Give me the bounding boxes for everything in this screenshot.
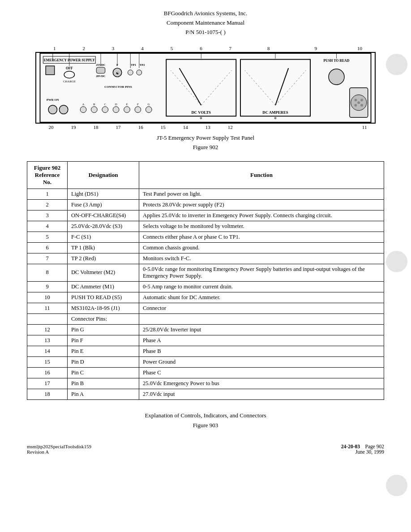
footer-right: 24-20-03 Page 902 June 30, 1999 — [341, 444, 384, 455]
col-header-ref: Figure 902ReferenceNo. — [27, 161, 68, 189]
diagram-title-line2: Figure 902 — [27, 143, 384, 152]
top-num-4: 4 — [141, 46, 144, 51]
page-footer: msmljtp202SpecialToolsdisk159 Revision A… — [27, 444, 384, 455]
table-row: 12Pin G25/28.0Vdc Inverter input — [27, 324, 384, 335]
svg-text:DC AMPERES: DC AMPERES — [262, 111, 288, 115]
bot-num-12: 12 — [228, 124, 233, 130]
svg-point-44 — [329, 69, 344, 85]
svg-text:28VDC: 28VDC — [96, 74, 106, 77]
svg-text:F: F — [137, 103, 139, 106]
cell-designation-12: Pin G — [68, 324, 139, 335]
cell-ref-11 — [27, 313, 68, 324]
cell-designation-9: PUSH TO READ (S5) — [68, 292, 139, 303]
svg-text:E: E — [126, 103, 128, 106]
cell-ref-13: 13 — [27, 335, 68, 346]
cell-designation-11: Connector Pins: — [68, 313, 139, 324]
cell-ref-3: 4 — [27, 221, 68, 232]
cell-ref-7: 8 — [27, 264, 68, 281]
svg-point-31 — [146, 107, 152, 113]
part-number: P/N 501-1075-( ) — [27, 28, 384, 37]
cell-designation-18: Pin A — [68, 389, 139, 399]
diagram-title-line1: JT-5 Emergency Power Supply Test Panel — [27, 133, 384, 143]
diagram-caption: JT-5 Emergency Power Supply Test Panel F… — [27, 133, 384, 152]
cell-designation-13: Pin F — [68, 335, 139, 346]
page-header: BFGoodrich Avionics Systems, Inc. Compon… — [27, 9, 384, 37]
bot-num-11: 11 — [362, 124, 367, 130]
cell-function-2: Applies 25.0Vdc to inverter in Emergency… — [139, 210, 384, 221]
cell-designation-1: Fuse (3 Amp) — [68, 199, 139, 210]
top-num-2: 2 — [82, 46, 85, 51]
table-row: 14Pin EPhase B — [27, 346, 384, 356]
manual-title: Component Maintenance Manual — [27, 18, 384, 28]
table-row: 9DC Ammeter (M1)0-5 Amp range to monitor… — [27, 281, 384, 292]
footer-doc-page: 24-20-03 Page 902 — [341, 444, 384, 449]
cell-function-1: Protects 28.0Vdc power supply (F2) — [139, 199, 384, 210]
cell-designation-8: DC Ammeter (M1) — [68, 281, 139, 292]
table-row: 11MS3102A-18-9S (J1)Connector — [27, 303, 384, 313]
footer-date: June 30, 1999 — [341, 449, 384, 455]
top-num-5: 5 — [171, 46, 173, 51]
diagram-section: 1 2 3 4 5 6 7 8 9 10 EMERGENCY POWER SUP… — [27, 46, 384, 152]
cell-designation-2: ON-OFF-CHARGE(S4) — [68, 210, 139, 221]
cell-ref-6: 7 — [27, 253, 68, 264]
svg-text:G: G — [148, 103, 150, 106]
cell-function-4: Connects either phase A or phase C to TP… — [139, 232, 384, 242]
cell-designation-16: Pin C — [68, 367, 139, 378]
svg-point-16 — [137, 70, 142, 75]
cell-ref-0: 1 — [27, 189, 68, 199]
table-row: 18Pin A27.0Vdc input — [27, 389, 384, 399]
table-row: 17Pin B25.0Vdc Emergency Power to bus — [27, 378, 384, 389]
top-num-3: 3 — [112, 46, 115, 51]
cell-ref-15: 15 — [27, 356, 68, 367]
svg-text:☯: ☯ — [116, 71, 119, 75]
table-row: 2Fuse (3 Amp)Protects 28.0Vdc power supp… — [27, 199, 384, 210]
svg-text:A: A — [82, 103, 85, 106]
svg-point-48 — [360, 99, 363, 102]
table-row: 10PUSH TO READ (S5)Automatic shunt for D… — [27, 292, 384, 303]
cell-designation-14: Pin E — [68, 346, 139, 356]
data-table: Figure 902ReferenceNo. Designation Funct… — [27, 161, 384, 400]
section-caption: Explanation of Controls, Indicators, and… — [27, 411, 384, 430]
table-row: 16Pin CPhase C — [27, 367, 384, 378]
svg-point-14 — [128, 70, 133, 75]
deco-circle-1 — [386, 54, 407, 75]
section-caption-line1: Explanation of Controls, Indicators, and… — [27, 411, 384, 420]
panel-diagram: EMERGENCY POWER SUPPLY OFF CHARGE 25VDC … — [35, 52, 376, 124]
svg-text:B: B — [93, 103, 95, 106]
svg-line-40 — [275, 69, 288, 106]
table-row: 7TP 2 (Red)Monitors switch F-C. — [27, 253, 384, 264]
svg-point-50 — [360, 104, 363, 107]
svg-point-25 — [113, 107, 119, 113]
svg-text:PWR ON: PWR ON — [47, 99, 59, 102]
svg-point-47 — [354, 99, 357, 102]
svg-rect-3 — [46, 66, 55, 75]
svg-line-36 — [180, 69, 201, 106]
deco-circle-3 — [386, 475, 407, 496]
bot-num-18: 18 — [94, 124, 98, 130]
cell-function-15: Power Ground — [139, 356, 384, 367]
top-num-1: 1 — [53, 46, 56, 51]
footer-page: Page 902 — [365, 444, 384, 449]
svg-text:TP2: TP2 — [140, 64, 146, 67]
cell-function-7: 0-5.0Vdc range for monitoring Emergency … — [139, 264, 384, 281]
svg-text:⊕: ⊕ — [200, 117, 202, 120]
cell-function-11 — [139, 313, 384, 324]
cell-designation-17: Pin B — [68, 378, 139, 389]
svg-text:C: C — [104, 103, 106, 106]
bot-num-14: 14 — [183, 124, 188, 130]
cell-ref-5: 6 — [27, 242, 68, 253]
cell-function-9: Automatic shunt for DC Ammeter. — [139, 292, 384, 303]
cell-ref-2: 3 — [27, 210, 68, 221]
section-caption-line2: Figure 903 — [27, 420, 384, 430]
company-name: BFGoodrich Avionics Systems, Inc. — [27, 9, 384, 18]
cell-function-17: 25.0Vdc Emergency Power to bus — [139, 378, 384, 389]
cell-ref-10: 11 — [27, 303, 68, 313]
svg-point-19 — [80, 107, 86, 113]
cell-function-16: Phase C — [139, 367, 384, 378]
bot-num-19: 19 — [71, 124, 76, 130]
cell-designation-0: Light (DS1) — [68, 189, 139, 199]
cell-function-5: Common chassis ground. — [139, 242, 384, 253]
cell-ref-17: 17 — [27, 378, 68, 389]
top-num-10: 10 — [357, 46, 362, 51]
cell-ref-16: 16 — [27, 367, 68, 378]
